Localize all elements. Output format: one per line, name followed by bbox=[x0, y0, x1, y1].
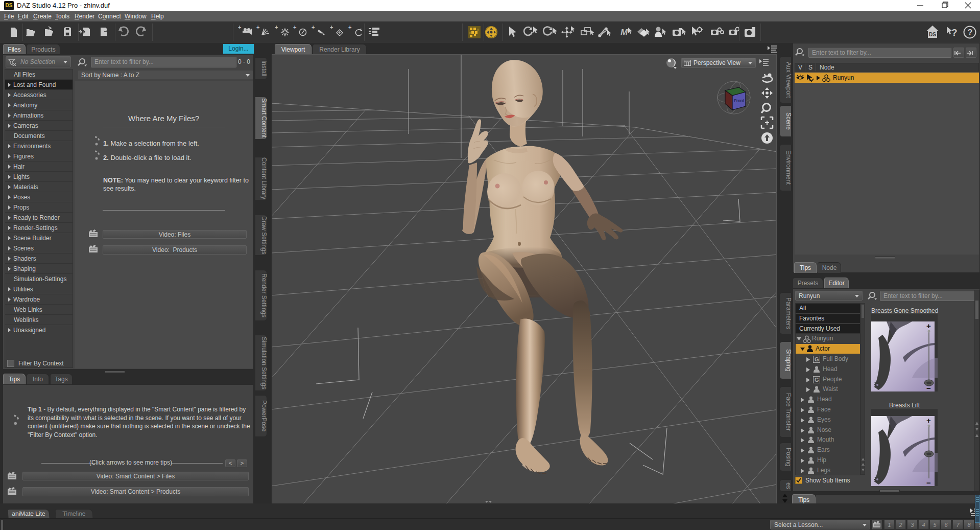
svg-text:−: − bbox=[926, 384, 931, 391]
svg-text:+: + bbox=[926, 321, 931, 330]
svg-text:+: + bbox=[348, 24, 351, 30]
svg-text:DS: DS bbox=[929, 32, 936, 37]
svg-text:+: + bbox=[293, 24, 296, 30]
svg-text:+: + bbox=[275, 24, 278, 30]
svg-text:G: G bbox=[815, 356, 819, 362]
svg-text:M: M bbox=[620, 28, 628, 37]
svg-text:+: + bbox=[330, 24, 333, 30]
svg-text:?: ? bbox=[951, 27, 958, 38]
svg-text:G: G bbox=[815, 377, 819, 383]
svg-text:+: + bbox=[256, 24, 259, 30]
svg-text:+: + bbox=[926, 416, 931, 425]
svg-text:?: ? bbox=[968, 28, 973, 37]
svg-text:Front: Front bbox=[734, 98, 744, 103]
svg-text:+: + bbox=[312, 24, 315, 30]
svg-text:−: − bbox=[926, 478, 931, 486]
svg-text:+: + bbox=[238, 24, 241, 30]
